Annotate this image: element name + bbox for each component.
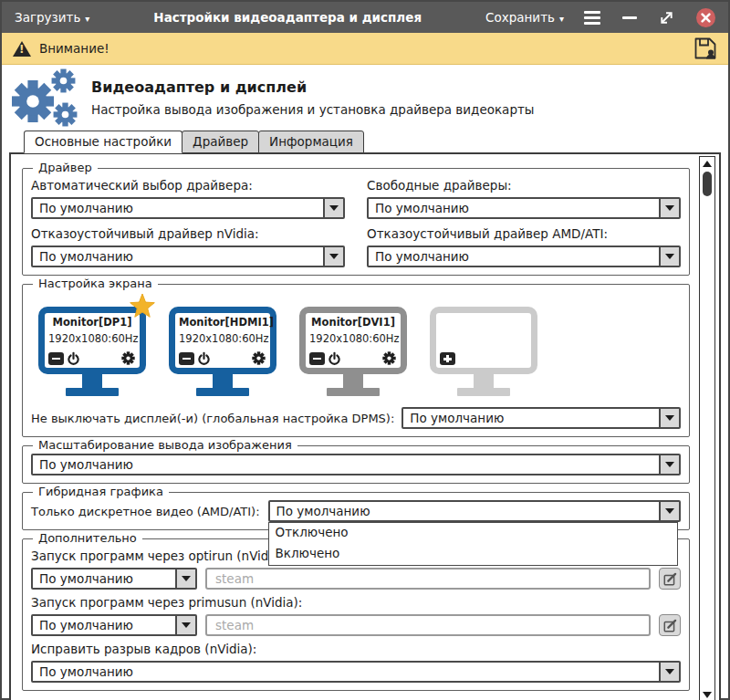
vertical-scrollbar[interactable]: [699, 156, 715, 700]
save-menu-button[interactable]: Сохранить ▾: [485, 10, 564, 25]
select-arrow-icon: [659, 455, 679, 474]
primary-star-icon: [129, 293, 156, 319]
monitor-settings-icon[interactable]: [121, 351, 135, 365]
select-arrow-icon: [323, 199, 343, 217]
tab-driver[interactable]: Драйвер: [182, 131, 259, 153]
discrete-video-options: Отключено Включено: [268, 522, 678, 566]
pencil-icon: [663, 572, 677, 586]
monitor-disable-icon[interactable]: [48, 352, 64, 365]
select-value: По умолчанию: [270, 502, 659, 520]
titlebar: Загрузить ▾ Настройки видеоадаптера и ди…: [2, 2, 728, 33]
save-menu-label: Сохранить: [485, 10, 555, 25]
gears-icon: [11, 68, 80, 127]
monitor-resolution: 1920x1080:60Hz: [179, 332, 266, 345]
monitor-name: Monitor[HDMI1]: [179, 316, 266, 329]
load-menu-label: Загрузить: [15, 10, 80, 25]
dpms-select[interactable]: По умолчанию: [402, 407, 681, 429]
warning-bar: Внимание!: [2, 33, 728, 65]
monitor-resolution: 1920x1080:60Hz: [309, 332, 397, 345]
monitor-stand: [474, 374, 494, 388]
scroll-down-icon[interactable]: [703, 692, 712, 698]
monitor-base: [327, 388, 380, 396]
select-value: По умолчанию: [33, 247, 323, 266]
primus-edit-button[interactable]: [659, 614, 681, 636]
tab-bar: Основные настройки Драйвер Информация: [24, 131, 728, 153]
menu-icon[interactable]: [584, 11, 600, 25]
monitor-dp1[interactable]: Monitor[DP1] 1920x1080:60Hz: [38, 307, 146, 396]
monitor-settings-icon[interactable]: [252, 351, 266, 365]
select-value: По умолчанию: [369, 247, 659, 266]
optirun-edit-button[interactable]: [659, 568, 681, 590]
auto-driver-select[interactable]: По умолчанию: [31, 197, 345, 219]
monitor-disable-icon[interactable]: [179, 352, 194, 365]
failsafe-amd-label: Отказоустойчивый драйвер AMD/ATI:: [367, 226, 681, 241]
monitor-base: [66, 388, 119, 396]
free-drivers-select[interactable]: По умолчанию: [367, 197, 681, 219]
optirun-select[interactable]: По умолчанию: [31, 568, 197, 590]
tearing-select[interactable]: По умолчанию: [31, 661, 681, 683]
monitor-list: Monitor[DP1] 1920x1080:60Hz: [38, 307, 681, 396]
select-value: По умолчанию: [33, 663, 659, 681]
driver-section: Драйвер Автоматический выбор драйвера: П…: [22, 168, 690, 276]
settings-scroll-area: Драйвер Автоматический выбор драйвера: П…: [11, 154, 699, 700]
save-profile-icon[interactable]: [694, 37, 717, 60]
select-arrow-icon: [659, 409, 679, 427]
monitor-add-slot[interactable]: [430, 307, 537, 396]
select-arrow-icon: [175, 569, 195, 588]
failsafe-nvidia-label: Отказоустойчивый драйвер nVidia:: [31, 226, 345, 241]
load-menu-button[interactable]: Загрузить ▾: [15, 10, 89, 25]
power-icon[interactable]: [328, 351, 340, 365]
tab-panel: Драйвер Автоматический выбор драйвера: П…: [9, 152, 721, 700]
monitor-stand: [213, 374, 233, 388]
select-arrow-icon: [175, 616, 195, 634]
app-window: Загрузить ▾ Настройки видеоадаптера и ди…: [0, 0, 730, 700]
scaling-section: Масштабирование вывода изображения По ум…: [22, 445, 690, 484]
tab-information[interactable]: Информация: [258, 131, 364, 153]
monitor-stand: [343, 374, 363, 388]
select-arrow-icon: [323, 247, 343, 266]
primus-program-input[interactable]: [205, 614, 651, 636]
minimize-icon[interactable]: [622, 16, 637, 19]
failsafe-nvidia-select[interactable]: По умолчанию: [31, 246, 345, 267]
page-subtitle: Настройка вывода изображения и установка…: [91, 102, 535, 117]
monitor-name: Monitor[DP1]: [48, 316, 136, 329]
monitor-hdmi1[interactable]: Monitor[HDMI1] 1920x1080:60Hz: [169, 307, 276, 396]
warning-icon: [13, 41, 31, 57]
page-title: Видеоадаптер и дисплей: [91, 78, 535, 96]
select-value: По умолчанию: [403, 409, 659, 427]
select-arrow-icon: [659, 199, 679, 217]
discrete-video-select[interactable]: По умолчанию: [268, 500, 681, 522]
close-icon[interactable]: [696, 8, 715, 27]
maximize-icon[interactable]: [659, 10, 674, 26]
select-arrow-icon: [659, 502, 679, 520]
monitor-stand: [82, 374, 102, 388]
dpms-label: Не выключать дисплей(-и) (глобальная нас…: [31, 412, 394, 425]
scrollbar-thumb[interactable]: [703, 172, 712, 196]
power-icon[interactable]: [68, 351, 79, 365]
scaling-select[interactable]: По умолчанию: [31, 454, 681, 475]
scroll-up-icon[interactable]: [703, 161, 712, 167]
monitor-add-icon[interactable]: [440, 352, 455, 365]
discrete-video-label: Только дискретное видео (AMD/ATI):: [31, 505, 260, 518]
screen-section: Настройка экрана Monitor[DP1] 1920x1080:…: [22, 284, 690, 437]
option-enabled[interactable]: Включено: [269, 544, 677, 565]
hybrid-section: Гибридная графика Только дискретное виде…: [22, 492, 690, 530]
option-disabled[interactable]: Отключено: [269, 523, 677, 544]
power-icon[interactable]: [198, 351, 210, 365]
select-arrow-icon: [659, 663, 679, 681]
monitor-dvi1[interactable]: Monitor[DVI1] 1920x1080:60Hz: [299, 307, 407, 396]
primus-label: Запуск программ через primusun (nVidia):: [31, 595, 681, 610]
primus-select[interactable]: По умолчанию: [31, 614, 197, 636]
window-controls: [584, 8, 715, 27]
module-header: Видеоадаптер и дисплей Настройка вывода …: [2, 65, 728, 131]
monitor-settings-icon[interactable]: [382, 351, 396, 365]
select-value: По умолчанию: [33, 455, 659, 474]
tab-main-settings[interactable]: Основные настройки: [24, 131, 182, 153]
failsafe-amd-select[interactable]: По умолчанию: [367, 246, 681, 267]
hybrid-section-legend: Гибридная графика: [33, 485, 169, 498]
monitor-disable-icon[interactable]: [309, 352, 325, 365]
optirun-program-input[interactable]: [205, 568, 651, 590]
extra-section-legend: Дополнительно: [33, 531, 142, 545]
chevron-down-icon: ▾: [85, 14, 89, 24]
warning-label: Внимание!: [39, 41, 110, 56]
